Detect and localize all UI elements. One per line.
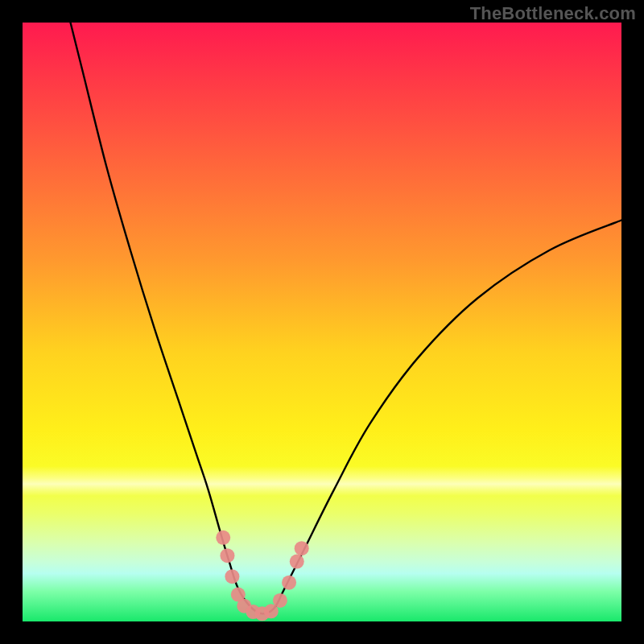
marker-group — [216, 530, 308, 621]
curve-marker — [273, 593, 287, 608]
plot-area — [23, 23, 621, 621]
curve-marker — [290, 555, 304, 569]
bottleneck-curve — [71, 23, 621, 613]
curve-marker — [295, 541, 309, 555]
curve-marker — [216, 530, 230, 545]
chart-frame: TheBottleneck.com — [0, 0, 644, 644]
curve-marker — [220, 548, 234, 563]
chart-svg — [23, 23, 621, 621]
watermark-label: TheBottleneck.com — [470, 3, 636, 24]
curve-marker — [282, 576, 296, 590]
curve-marker — [225, 569, 239, 584]
